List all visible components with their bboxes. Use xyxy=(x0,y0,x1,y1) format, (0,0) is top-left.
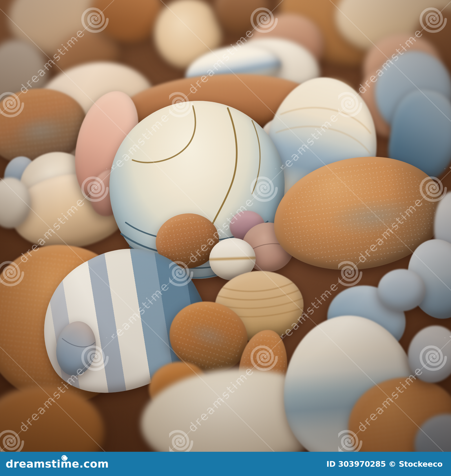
stock-photo-page: dreamstimedreamstime dreamstime.com ID 3… xyxy=(0,0,451,476)
image-credit: ID 303970285 © Stockeeco xyxy=(326,460,443,468)
stone-right-small-gray xyxy=(378,269,426,311)
dreamstime-logo: dreamstime.com xyxy=(6,459,109,469)
watermark-footer-bar: dreamstime.com ID 303970285 © Stockeeco xyxy=(0,452,451,476)
dreamstime-spiral-icon xyxy=(61,455,68,461)
dreamstime-logo-text: dreamstime.com xyxy=(6,458,109,470)
photo xyxy=(0,0,451,452)
